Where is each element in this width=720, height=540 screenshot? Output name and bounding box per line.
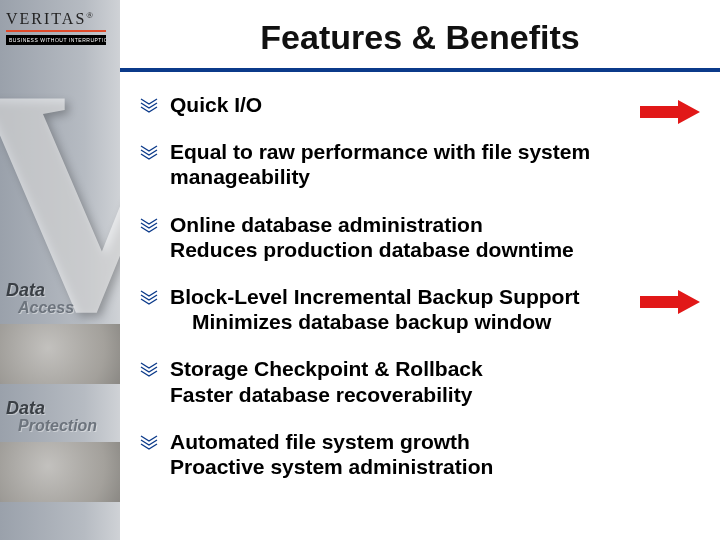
sidebar-label-access-a: Data: [6, 280, 45, 300]
svg-marker-0: [640, 100, 700, 124]
list-item: Quick I/O: [140, 92, 690, 117]
list-item-text: Equal to raw performance with file syste…: [170, 139, 590, 189]
bullet-icon: [140, 215, 158, 233]
bullet-icon: [140, 142, 158, 160]
list-item-line2: Minimizes database backup window: [170, 309, 580, 334]
brand-rule: [6, 30, 106, 32]
list-item: Block-Level Incremental Backup Support M…: [140, 284, 690, 334]
brand-logo: VERITAS® BUSINESS WITHOUT INTERRUPTION: [6, 10, 114, 45]
list-item-line1: Storage Checkpoint & Rollback: [170, 357, 483, 380]
svg-marker-1: [640, 290, 700, 314]
list-item-line1: Equal to raw performance with file syste…: [170, 140, 590, 163]
sidebar-label-protection-a: Data: [6, 398, 45, 418]
title-rule: [120, 68, 720, 72]
sidebar-photo-1: [0, 324, 120, 384]
bullet-icon: [140, 287, 158, 305]
list-item: Automated file system growth Proactive s…: [140, 429, 690, 479]
bullet-icon: [140, 432, 158, 450]
sidebar-label-access-b: Access: [6, 299, 74, 317]
slide-title: Features & Benefits: [150, 18, 690, 57]
brand-registered: ®: [86, 10, 95, 20]
sidebar: V VERITAS® BUSINESS WITHOUT INTERRUPTION…: [0, 0, 120, 540]
list-item-text: Automated file system growth Proactive s…: [170, 429, 493, 479]
list-item-text: Block-Level Incremental Backup Support M…: [170, 284, 580, 334]
arrow-icon: [640, 290, 700, 314]
bullet-icon: [140, 95, 158, 113]
bullet-icon: [140, 359, 158, 377]
list-item-line2: Faster database recoverability: [170, 382, 483, 407]
list-item-line2: Proactive system administration: [170, 454, 493, 479]
sidebar-label-protection-b: Protection: [6, 417, 97, 435]
bullet-list: Quick I/O Equal to raw performance with …: [140, 92, 690, 501]
brand-tagline: BUSINESS WITHOUT INTERRUPTION: [6, 35, 106, 45]
list-item-line1: Online database administration: [170, 213, 483, 236]
sidebar-label-protection: Data Protection: [6, 398, 97, 435]
list-item-text: Storage Checkpoint & Rollback Faster dat…: [170, 356, 483, 406]
list-item-line1: Block-Level Incremental Backup Support: [170, 285, 580, 308]
list-item-line2: manageability: [170, 164, 590, 189]
list-item-line2: Reduces production database downtime: [170, 237, 574, 262]
list-item-line1: Automated file system growth: [170, 430, 470, 453]
slide: V VERITAS® BUSINESS WITHOUT INTERRUPTION…: [0, 0, 720, 540]
list-item-text: Quick I/O: [170, 92, 262, 117]
list-item: Online database administration Reduces p…: [140, 212, 690, 262]
arrow-icon: [640, 100, 700, 124]
brand-name-text: VERITAS: [6, 10, 86, 27]
list-item-line1: Quick I/O: [170, 93, 262, 116]
list-item: Equal to raw performance with file syste…: [140, 139, 690, 189]
list-item: Storage Checkpoint & Rollback Faster dat…: [140, 356, 690, 406]
sidebar-label-access: Data Access: [6, 280, 74, 317]
brand-name: VERITAS®: [6, 10, 114, 28]
sidebar-photo-2: [0, 442, 120, 502]
list-item-text: Online database administration Reduces p…: [170, 212, 574, 262]
